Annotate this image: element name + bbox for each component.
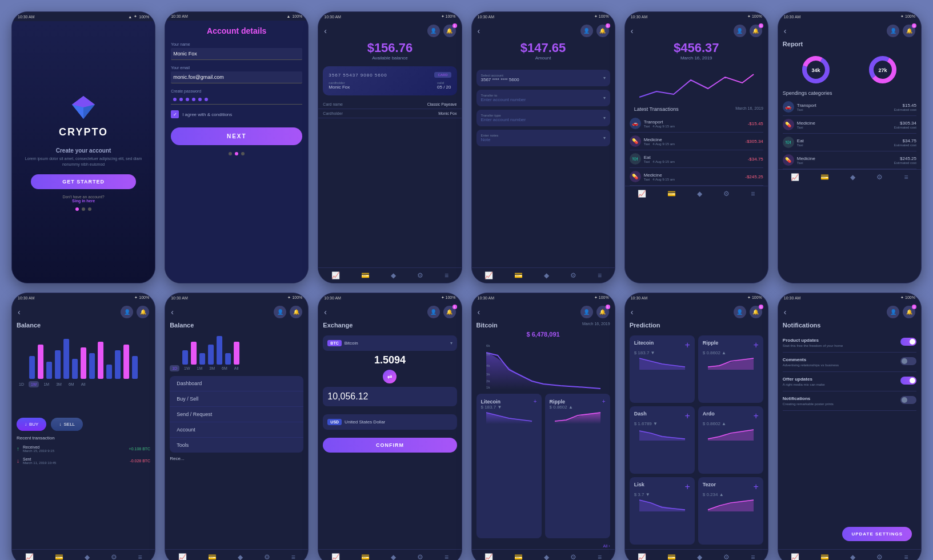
back-button-8[interactable]: ‹: [171, 307, 174, 317]
nav-menu-10[interactable]: ≡: [598, 553, 602, 560]
back-button-7[interactable]: ‹: [18, 307, 21, 317]
bell-4[interactable]: 🔔 1: [596, 25, 609, 37]
nav-card-11[interactable]: 💳: [667, 553, 676, 560]
svg-rect-15: [55, 350, 61, 379]
nav-menu-8[interactable]: ≡: [291, 553, 295, 560]
back-button-9[interactable]: ‹: [324, 307, 327, 317]
nav-gear-9[interactable]: ⚙: [417, 553, 423, 560]
bell-6[interactable]: 🔔 1: [903, 25, 915, 37]
back-button-10[interactable]: ‹: [478, 307, 480, 317]
bell-9[interactable]: 🔔 1: [443, 306, 456, 318]
nav-card-3[interactable]: 💳: [361, 271, 370, 279]
nav-eth-8[interactable]: ◆: [238, 553, 243, 560]
nav-chart-10[interactable]: 📈: [484, 553, 493, 560]
nav-chart-11[interactable]: 📈: [638, 553, 646, 560]
back-button-3[interactable]: ‹: [324, 26, 327, 35]
nav-eth-9[interactable]: ◆: [391, 553, 396, 560]
nav-chart-7[interactable]: 📈: [25, 553, 34, 560]
nav-menu-11[interactable]: ≡: [751, 553, 755, 560]
nav-chart-5[interactable]: 📈: [638, 190, 646, 198]
nav-eth-4[interactable]: ◆: [544, 271, 549, 279]
bell-8[interactable]: 🔔: [290, 306, 302, 318]
update-settings-button[interactable]: UPDATE SETTINGS: [842, 527, 912, 541]
toggle-comments[interactable]: [900, 357, 916, 365]
menu-buy-sell[interactable]: Buy / Sell: [170, 391, 303, 407]
nav-gear-6[interactable]: ⚙: [876, 173, 883, 181]
nav-card-12[interactable]: 💳: [820, 553, 829, 560]
next-button[interactable]: NEXT: [171, 127, 302, 145]
svg-rect-19: [89, 353, 95, 379]
buy-button-7[interactable]: ↓ BUY: [17, 418, 46, 431]
back-button-4[interactable]: ‹: [478, 26, 480, 35]
nav-menu-9[interactable]: ≡: [445, 553, 449, 560]
nav-gear-4[interactable]: ⚙: [570, 271, 576, 279]
nav-chart-8[interactable]: 📈: [178, 553, 187, 560]
sell-button-7[interactable]: ↓ SELL: [51, 418, 83, 431]
bell-10[interactable]: 🔔 1: [596, 306, 609, 318]
nav-chart-4[interactable]: 📈: [484, 271, 493, 279]
exchange-from-box[interactable]: BTC Bitcoin ▾: [323, 335, 457, 351]
menu-send-request[interactable]: Send / Request: [170, 407, 303, 422]
nav-card-10[interactable]: 💳: [514, 553, 523, 560]
nav-gear-10[interactable]: ⚙: [570, 553, 576, 560]
agree-text: I agree with & conditions: [182, 112, 232, 117]
nav-card-5[interactable]: 💳: [667, 190, 676, 198]
nav-gear-8[interactable]: ⚙: [264, 553, 270, 560]
nav-eth-12[interactable]: ◆: [850, 553, 855, 560]
checkbox[interactable]: ✓: [171, 110, 179, 118]
menu-dashboard[interactable]: Dashboard: [170, 376, 303, 391]
nav-menu-12[interactable]: ≡: [904, 553, 908, 560]
nav-chart-12[interactable]: 📈: [791, 553, 799, 560]
bell-12[interactable]: 🔔 1: [903, 306, 915, 318]
confirm-button[interactable]: CONFIRM: [323, 438, 457, 453]
toggle-offer-updates[interactable]: [900, 377, 916, 385]
sign-in-link[interactable]: Sing in here: [72, 199, 95, 203]
menu-tools[interactable]: Tools: [170, 438, 303, 453]
nav-card-9[interactable]: 💳: [361, 553, 370, 560]
nav-menu-3[interactable]: ≡: [445, 271, 449, 279]
nav-gear-3[interactable]: ⚙: [417, 271, 423, 279]
bell-7[interactable]: 🔔: [137, 306, 149, 318]
nav-eth-5[interactable]: ◆: [697, 190, 702, 198]
nav-menu-4[interactable]: ≡: [598, 271, 602, 279]
nav-card-8[interactable]: 💳: [208, 553, 217, 560]
get-started-button[interactable]: GET STARTED: [31, 174, 136, 189]
nav-menu-7[interactable]: ≡: [138, 553, 142, 560]
menu-account[interactable]: Account: [170, 422, 303, 438]
notes-box[interactable]: Enter notes Note ▾: [476, 130, 610, 146]
transfer-to-box[interactable]: Transfer to Enter account number ▾: [476, 90, 610, 106]
name-input[interactable]: [171, 48, 302, 60]
nav-chart-3[interactable]: 📈: [331, 271, 340, 279]
transfer-type-box[interactable]: Transfer type Enter account number ▾: [476, 110, 610, 126]
nav-eth-10[interactable]: ◆: [544, 553, 549, 560]
exchange-to-box[interactable]: USD United States Dollar: [323, 414, 457, 430]
nav-gear-7[interactable]: ⚙: [111, 553, 117, 560]
back-button-5[interactable]: ‹: [631, 26, 634, 35]
nav-chart-6[interactable]: 📈: [791, 173, 799, 181]
toggle-product-updates[interactable]: [900, 338, 916, 346]
back-button-12[interactable]: ‹: [784, 307, 787, 317]
bell-11[interactable]: 🔔 1: [750, 306, 762, 318]
select-account-box[interactable]: Select account 3567 **** **** 5600 ▾: [476, 70, 610, 86]
nav-eth-3[interactable]: ◆: [391, 271, 396, 279]
nav-card-4[interactable]: 💳: [514, 271, 523, 279]
back-button-6[interactable]: ‹: [784, 26, 787, 35]
bell-5[interactable]: 🔔 1: [750, 25, 762, 37]
all-link-10[interactable]: All ›: [472, 542, 615, 549]
nav-eth-7[interactable]: ◆: [85, 553, 90, 560]
nav-gear-5[interactable]: ⚙: [723, 190, 730, 198]
nav-card-6[interactable]: 💳: [820, 173, 829, 181]
toggle-notifications[interactable]: [900, 396, 916, 404]
nav-gear-12[interactable]: ⚙: [876, 553, 883, 560]
back-button-11[interactable]: ‹: [631, 307, 634, 317]
bell-3[interactable]: 🔔 1: [443, 25, 456, 37]
nav-chart-9[interactable]: 📈: [331, 553, 340, 560]
nav-gear-11[interactable]: ⚙: [723, 553, 730, 560]
nav-menu-5[interactable]: ≡: [751, 190, 755, 198]
nav-eth-6[interactable]: ◆: [850, 173, 855, 181]
nav-eth-11[interactable]: ◆: [697, 553, 702, 560]
email-input[interactable]: [171, 71, 302, 83]
nav-menu-6[interactable]: ≡: [904, 173, 908, 181]
swap-button[interactable]: ⇄: [383, 370, 397, 383]
nav-card-7[interactable]: 💳: [55, 553, 63, 560]
